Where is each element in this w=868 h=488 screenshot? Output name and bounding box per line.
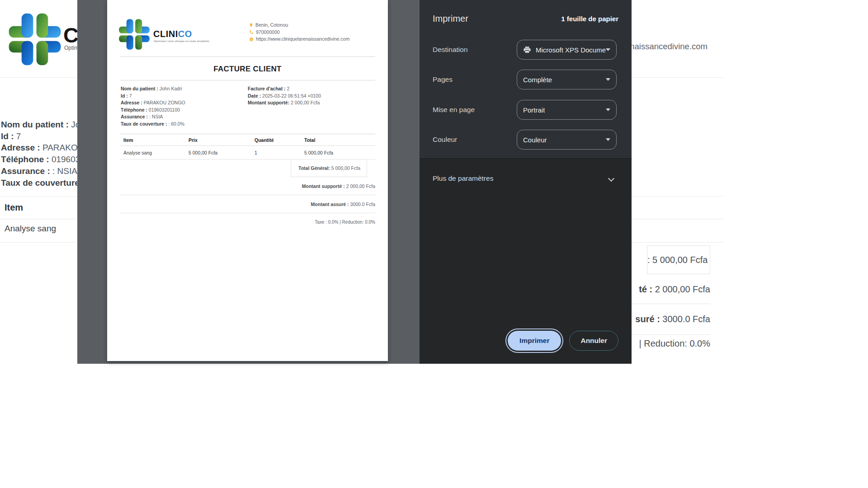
caret-down-icon <box>606 48 610 51</box>
pages-select[interactable]: Complète <box>517 70 617 89</box>
phone-icon <box>249 30 254 34</box>
contact-line: Benin, Cotonou <box>249 22 349 29</box>
color-label: Couleur <box>433 136 457 144</box>
invoice-brand: CLINICO <box>153 29 192 39</box>
dialog-buttons: Imprimer Annuler <box>508 331 618 351</box>
site-url-fragment: enaissancedivine.com <box>625 42 708 52</box>
printer-icon <box>523 46 531 54</box>
color-select[interactable]: Couleur <box>517 130 617 150</box>
layout-label: Mise en page <box>433 106 475 114</box>
table-header-row: Item Prix Quantité Total <box>120 134 375 146</box>
cancel-button[interactable]: Annuler <box>569 331 618 351</box>
caret-down-icon <box>606 138 610 141</box>
site-supported-fragment: té : 2 000,00 Fcfa <box>639 284 710 295</box>
globe-icon <box>249 37 254 42</box>
layout-select[interactable]: Portrait <box>517 100 617 120</box>
site-tax-fragment: | Reduction: 0.0% <box>639 338 710 349</box>
destination-select[interactable]: Microsoft XPS Documen <box>517 40 617 60</box>
print-preview-page: CLINICO Optimisez votre clinique en tout… <box>107 0 388 361</box>
invoice-items-table: Item Prix Quantité Total Analyse sang 5 … <box>120 134 375 160</box>
invoice-tax-line: Taxe : 0.0% | Reduction: 0.0% <box>120 213 375 231</box>
site-items-header: Item <box>5 202 23 213</box>
caret-down-icon <box>606 108 610 111</box>
invoice-grand-total: Total Général: 5 000,00 Fcfa <box>291 159 367 177</box>
sheets-count: 1 feuille de papier <box>561 15 618 23</box>
clinic-logo-icon <box>7 11 62 68</box>
location-pin-icon <box>249 23 253 28</box>
invoice-meta-block: Facture d'achat : 2 Date : 2025-03-22 06… <box>248 85 321 107</box>
site-insured-fragment: suré : 3000.0 Fcfa <box>635 314 710 324</box>
invoice-brand-tagline: Optimisez votre clinique en toute simpli… <box>154 40 210 42</box>
print-button[interactable]: Imprimer <box>508 331 561 351</box>
pages-label: Pages <box>433 75 453 84</box>
table-row: Analyse sang 5 000,00 Fcfa 1 5 000,00 Fc… <box>120 146 375 160</box>
more-settings-toggle[interactable]: Plus de paramètres <box>433 174 493 183</box>
caret-down-icon <box>606 78 610 81</box>
contact-line: 970000000 <box>249 29 349 36</box>
invoice-patient-block: Nom du patient : John Kadri Id : 7 Adres… <box>121 85 185 128</box>
invoice-title: FACTURE CLIENT <box>107 65 388 74</box>
invoice-insured-amount: Montant assuré : 3000.0 Fcfa <box>120 195 375 213</box>
invoice-divider <box>120 80 375 80</box>
invoice-contact-block: Benin, Cotonou 970000000 https://www.cli… <box>249 22 349 43</box>
chevron-down-icon[interactable] <box>608 175 614 182</box>
contact-line: https://www.cliniquelarenaissancedivine.… <box>249 36 349 43</box>
screen: CI Optimise enaissancedivine.com Nom du … <box>0 0 868 488</box>
dialog-title: Imprimer <box>433 14 468 24</box>
site-item-row: Analyse sang <box>5 224 56 234</box>
destination-label: Destination <box>433 46 468 54</box>
print-dialog: Imprimer 1 feuille de papier Destination… <box>420 0 632 364</box>
invoice-divider <box>120 56 375 57</box>
site-grand-total-fragment: : 5 000,00 Fcfa <box>647 245 710 274</box>
clinic-logo-icon <box>118 18 151 51</box>
invoice-supported-amount: Montant supporté : 2 000,00 Fcfa <box>120 177 375 195</box>
